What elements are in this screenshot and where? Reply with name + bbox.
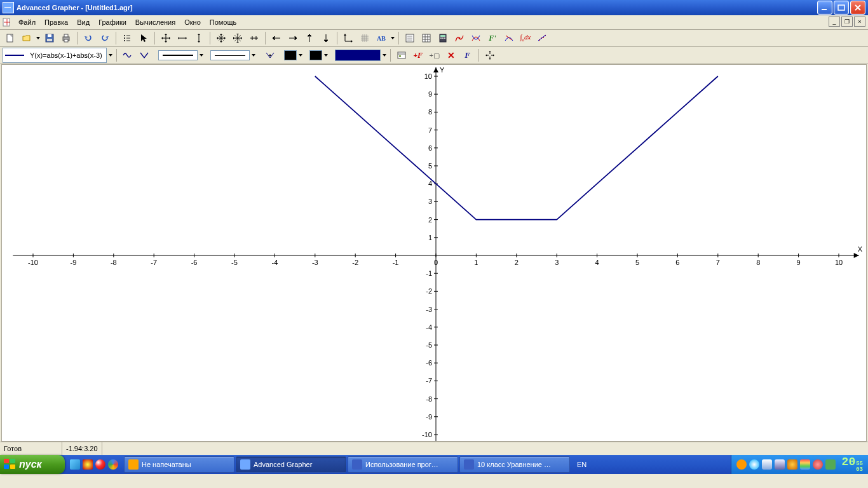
pan-right-button[interactable] [285,30,301,46]
menu-calculations[interactable]: Вычисления [131,17,180,27]
label-dropdown[interactable] [390,31,395,45]
language-indicator[interactable]: EN [571,455,593,474]
svg-text:Y: Y [440,66,445,74]
intersect-button[interactable] [468,30,484,46]
svg-point-22 [269,55,271,57]
maximize-button[interactable] [834,1,849,15]
menu-help[interactable]: Помощь [205,17,241,27]
add-function-button[interactable]: +F [410,48,426,63]
print-button[interactable] [58,30,74,46]
tray-shield-icon[interactable] [800,459,810,470]
color-dropdown-2[interactable] [323,48,329,62]
zoom-fit-button[interactable] [247,30,262,46]
undo-button[interactable] [81,30,96,46]
pan-y-button[interactable] [191,30,207,46]
function-selector[interactable]: Y(x)=abs(x-1)+abs(x-3) [3,48,107,63]
new-button[interactable] [3,30,18,46]
redo-button[interactable] [97,30,112,46]
svg-text:6: 6 [428,144,432,152]
edit-function-button[interactable]: F [460,48,475,63]
svg-text:-7: -7 [426,377,432,384]
regression-button[interactable] [534,30,550,46]
color-swatch-navy[interactable] [335,50,381,61]
title-bar: Advanced Grapher - [Untitled1.agr] [0,0,868,15]
line-width-thin[interactable] [210,50,250,60]
mdi-close-button[interactable]: × [854,17,865,27]
taskbar-button-label: 10 класс Уравнение … [477,461,551,468]
list-button[interactable] [119,30,135,46]
integral-button[interactable]: ∫adx [518,30,533,46]
text-label-button[interactable]: AB [374,30,389,46]
menu-window[interactable]: Окно [180,17,205,27]
svg-text:-4: -4 [272,259,278,266]
color-dropdown-1[interactable] [298,48,303,62]
crosshair-button[interactable] [482,48,498,63]
zoom-in-button[interactable] [214,30,229,46]
derivative-button[interactable]: F' [485,30,500,46]
taskbar-button[interactable]: Не напечатаны [124,456,234,473]
properties-button[interactable] [402,30,417,46]
svg-rect-8 [64,34,68,37]
svg-text:-7: -7 [151,259,157,266]
minimize-button[interactable] [817,1,832,15]
menu-file[interactable]: Файл [14,17,40,27]
tray-icon-3[interactable] [762,459,772,470]
mdi-minimize-button[interactable]: _ [829,17,840,27]
chrome-icon[interactable] [108,459,118,470]
zoom-out-button[interactable] [230,30,245,46]
table-button[interactable] [419,30,434,46]
point-style-button[interactable] [262,48,278,63]
pan-left-button[interactable] [269,30,284,46]
delete-function-button[interactable]: ✕ [444,48,459,63]
tray-icon-1[interactable] [736,459,747,470]
calculator-button[interactable] [435,30,451,46]
taskbar-button-label: Использование прог… [365,461,438,468]
curve-style-v-button[interactable] [137,48,152,63]
open-dropdown[interactable] [36,31,41,45]
taskbar-button[interactable]: 10 класс Уравнение … [459,456,570,473]
line-width-dropdown-1[interactable] [199,48,204,62]
taskbar-button[interactable]: Использование прог… [348,456,458,473]
svg-rect-9 [64,39,68,42]
start-button[interactable]: пуск [0,455,65,474]
tray-icon-4[interactable] [775,459,785,470]
line-width-thick[interactable] [158,50,198,60]
close-button[interactable] [850,1,865,15]
taskbar-button[interactable]: Advanced Grapher [236,456,346,473]
mdi-restore-button[interactable]: ❐ [841,17,853,27]
taskbar-buttons: Не напечатаныAdvanced GrapherИспользован… [123,455,571,474]
trace-button[interactable] [452,30,467,46]
menu-view[interactable]: Вид [72,17,94,27]
taskbar-clock[interactable]: 20 5503 [842,456,863,473]
tray-icon-5[interactable] [787,459,797,470]
cursor-button[interactable] [136,30,151,46]
pan-x-button[interactable] [175,30,190,46]
tray-icon-7[interactable] [813,459,823,470]
grid-button[interactable] [357,30,372,46]
function-dropdown[interactable] [108,48,113,62]
plot-area[interactable]: XY-10-9-8-7-6-5-4-3-2-1012345678910-10-9… [1,64,867,442]
tray-icon-2[interactable] [749,459,759,470]
quick-launch-icon-1[interactable] [83,459,93,470]
curve-style-sine-button[interactable] [120,48,135,63]
pan-button[interactable] [158,30,173,46]
show-desktop-icon[interactable] [70,459,80,470]
axes-button[interactable] [341,30,356,46]
graph-properties-button[interactable] [394,48,409,63]
quick-launch-icon-2[interactable] [95,459,105,470]
color-swatch-black-2[interactable] [309,50,322,60]
tangent-button[interactable] [501,30,517,46]
color-dropdown-3[interactable] [382,48,387,62]
open-button[interactable] [19,30,34,46]
pan-up-button[interactable] [302,30,317,46]
save-button[interactable] [42,30,57,46]
svg-text:2: 2 [515,259,519,266]
duplicate-function-button[interactable]: +▢ [427,48,442,63]
tray-volume-icon[interactable] [825,459,836,470]
pan-down-button[interactable] [318,30,334,46]
menu-graphs[interactable]: Графики [94,17,131,27]
line-width-dropdown-2[interactable] [251,48,256,62]
menu-edit[interactable]: Правка [40,17,72,27]
svg-marker-26 [854,253,859,258]
color-swatch-black-1[interactable] [284,50,297,60]
